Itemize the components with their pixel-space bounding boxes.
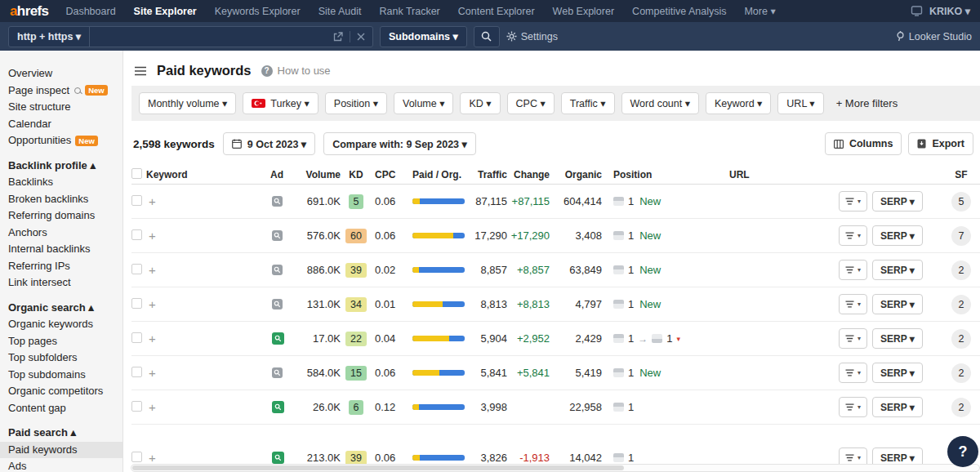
sidebar-item[interactable]: Broken backlinks: [0, 191, 122, 208]
sidebar-item[interactable]: Overview: [0, 65, 122, 82]
sidebar-item[interactable]: Content gap: [0, 400, 122, 417]
expand-row-button[interactable]: +: [146, 332, 164, 345]
filter-dropdown[interactable]: URL ▾: [777, 92, 823, 114]
sidebar-item[interactable]: Top subfolders: [0, 350, 122, 367]
sidebar-item[interactable]: Opportunities New: [0, 132, 122, 149]
more-filters-button[interactable]: + More filters: [836, 97, 898, 109]
col-ad[interactable]: Ad: [270, 169, 295, 180]
nav-item[interactable]: Content Explorer: [449, 6, 544, 17]
sidebar-item[interactable]: Referring domains: [0, 207, 122, 225]
sidebar-item[interactable]: Ads: [0, 458, 122, 472]
nav-item[interactable]: Site Explorer: [125, 6, 206, 17]
filter-dropdown[interactable]: Traffic ▾: [561, 92, 615, 114]
ad-icon[interactable]: [272, 452, 284, 464]
col-url[interactable]: URL: [716, 169, 839, 180]
col-traffic[interactable]: Traffic: [468, 169, 507, 180]
date-picker-button[interactable]: 9 Oct 2023 ▾: [223, 132, 315, 155]
nav-item[interactable]: More ▾: [735, 5, 784, 17]
filter-dropdown[interactable]: KD ▾: [460, 92, 500, 114]
col-keyword[interactable]: Keyword: [146, 169, 270, 180]
row-checkbox[interactable]: [131, 452, 142, 462]
how-to-use-link[interactable]: ? How to use: [261, 65, 331, 77]
nav-item[interactable]: Web Explorer: [544, 6, 624, 17]
row-checkbox[interactable]: [131, 332, 142, 343]
sidebar-item[interactable]: Anchors: [0, 225, 122, 242]
filter-dropdown[interactable]: Turkey ▾: [243, 92, 318, 114]
settings-button[interactable]: Settings: [506, 31, 558, 42]
col-change[interactable]: Change: [507, 169, 550, 180]
target-input[interactable]: [90, 27, 326, 47]
nav-item[interactable]: Competitive Analysis: [623, 6, 735, 17]
row-options-button[interactable]: ▾: [839, 397, 867, 417]
device-icon[interactable]: [911, 6, 923, 16]
ad-icon[interactable]: [272, 332, 284, 345]
sidebar-item[interactable]: Calendar: [0, 116, 122, 133]
serp-button[interactable]: SERP ▾: [872, 397, 923, 417]
sidebar-item[interactable]: Organic search ▴: [0, 300, 122, 317]
col-position[interactable]: Position: [602, 169, 716, 180]
nav-item[interactable]: Rank Tracker: [370, 6, 448, 17]
hamburger-menu-icon[interactable]: [134, 66, 147, 76]
serp-button[interactable]: SERP ▾: [872, 294, 923, 314]
col-organic[interactable]: Organic: [550, 169, 602, 180]
sidebar-item[interactable]: Top pages: [0, 333, 122, 350]
row-checkbox[interactable]: [131, 367, 142, 377]
open-in-new-icon[interactable]: [333, 32, 343, 42]
ad-icon[interactable]: [272, 401, 284, 413]
sidebar-item[interactable]: Backlinks: [0, 174, 122, 191]
row-options-button[interactable]: ▾: [839, 260, 867, 280]
expand-row-button[interactable]: +: [146, 400, 164, 414]
ad-icon[interactable]: [272, 299, 283, 309]
user-menu[interactable]: KRIKO ▾: [929, 5, 970, 17]
looker-studio-button[interactable]: Looker Studio: [896, 31, 972, 42]
help-button[interactable]: ?: [947, 436, 978, 467]
col-kd[interactable]: KD: [341, 169, 372, 180]
expand-row-button[interactable]: +: [146, 297, 164, 311]
serp-button[interactable]: SERP ▾: [872, 328, 923, 349]
select-all-checkbox[interactable]: [131, 168, 142, 179]
filter-dropdown[interactable]: Volume ▾: [394, 92, 453, 114]
sidebar-item[interactable]: Top subdomains: [0, 367, 122, 384]
row-checkbox[interactable]: [131, 229, 142, 240]
ad-icon[interactable]: [272, 196, 283, 207]
export-button[interactable]: Export: [908, 132, 973, 155]
filter-dropdown[interactable]: Monthly volume ▾: [139, 92, 236, 114]
row-checkbox[interactable]: [131, 401, 142, 412]
expand-row-button[interactable]: +: [146, 451, 164, 465]
row-options-button[interactable]: ▾: [839, 328, 867, 349]
row-options-button[interactable]: ▾: [839, 225, 867, 246]
nav-item[interactable]: Keywords Explorer: [206, 6, 310, 17]
sidebar-item[interactable]: Referring IPs: [0, 258, 122, 275]
sidebar-item[interactable]: Paid keywords: [0, 442, 122, 459]
nav-item[interactable]: Dashboard: [56, 6, 124, 17]
ad-icon[interactable]: [272, 230, 283, 241]
col-volume[interactable]: Volume: [295, 169, 341, 180]
col-sf[interactable]: SF: [945, 169, 978, 180]
ahrefs-logo[interactable]: ahrefs: [10, 3, 48, 20]
serp-button[interactable]: SERP ▾: [872, 191, 923, 212]
sidebar-item[interactable]: Link intersect: [0, 274, 122, 292]
row-checkbox[interactable]: [131, 298, 142, 309]
clear-icon[interactable]: [357, 33, 365, 41]
expand-row-button[interactable]: +: [146, 263, 164, 277]
expand-row-button[interactable]: +: [146, 229, 164, 243]
ad-icon[interactable]: [272, 265, 283, 275]
filter-dropdown[interactable]: CPC ▾: [507, 92, 555, 114]
col-cpc[interactable]: CPC: [372, 169, 409, 180]
sidebar-item[interactable]: Site structure: [0, 99, 122, 116]
serp-button[interactable]: SERP ▾: [872, 225, 923, 246]
sidebar-item[interactable]: Paid search ▴: [0, 425, 122, 442]
ad-icon[interactable]: [272, 367, 283, 378]
scrollbar-thumb[interactable]: [132, 465, 624, 470]
serp-button[interactable]: SERP ▾: [872, 363, 923, 383]
compare-with-button[interactable]: Compare with: 9 Sep 2023 ▾: [323, 132, 476, 155]
row-options-button[interactable]: ▾: [839, 363, 867, 383]
columns-button[interactable]: Columns: [825, 132, 902, 155]
horizontal-scrollbar[interactable]: [131, 464, 980, 472]
search-button[interactable]: [474, 26, 500, 47]
col-paid-org[interactable]: Paid / Org.: [409, 169, 468, 180]
scope-dropdown[interactable]: Subdomains ▾: [380, 26, 467, 47]
sidebar-item[interactable]: Organic competitors: [0, 383, 122, 400]
filter-dropdown[interactable]: Word count ▾: [621, 92, 699, 114]
filter-dropdown[interactable]: Position ▾: [325, 92, 387, 114]
